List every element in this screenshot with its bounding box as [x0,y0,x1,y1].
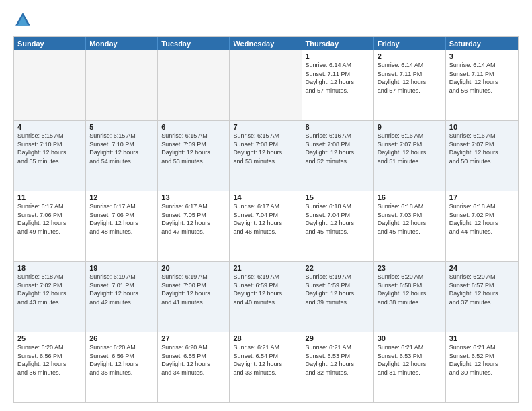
header-day-sunday: Sunday [14,37,86,50]
day-number: 10 [449,123,515,131]
day-number: 15 [306,193,370,201]
day-number: 22 [306,264,370,272]
day-info: Sunrise: 6:14 AM Sunset: 7:11 PM Dayligh… [449,61,515,95]
calendar-cell-day-4: 4Sunrise: 6:15 AM Sunset: 7:10 PM Daylig… [14,121,86,191]
day-number: 18 [17,264,82,272]
day-number: 6 [161,123,226,131]
day-number: 26 [89,334,154,342]
calendar-row-4: 25Sunrise: 6:20 AM Sunset: 6:56 PM Dayli… [14,332,518,402]
day-info: Sunrise: 6:20 AM Sunset: 6:55 PM Dayligh… [161,343,226,377]
calendar-cell-day-23: 23Sunrise: 6:20 AM Sunset: 6:58 PM Dayli… [374,262,446,332]
header-day-thursday: Thursday [302,37,374,50]
day-number: 19 [89,264,154,272]
day-info: Sunrise: 6:18 AM Sunset: 7:02 PM Dayligh… [17,273,82,306]
calendar-cell-day-24: 24Sunrise: 6:20 AM Sunset: 6:57 PM Dayli… [446,262,518,332]
day-number: 25 [17,334,82,342]
day-number: 5 [89,123,154,131]
day-info: Sunrise: 6:17 AM Sunset: 7:06 PM Dayligh… [89,202,154,236]
calendar: SundayMondayTuesdayWednesdayThursdayFrid… [13,36,519,403]
day-info: Sunrise: 6:20 AM Sunset: 6:56 PM Dayligh… [17,343,82,377]
day-number: 30 [378,334,442,342]
calendar-cell-day-14: 14Sunrise: 6:17 AM Sunset: 7:04 PM Dayli… [230,191,302,261]
calendar-cell-day-26: 26Sunrise: 6:20 AM Sunset: 6:56 PM Dayli… [86,332,158,402]
calendar-cell-day-28: 28Sunrise: 6:21 AM Sunset: 6:54 PM Dayli… [230,332,302,402]
calendar-cell-day-17: 17Sunrise: 6:18 AM Sunset: 7:02 PM Dayli… [446,191,518,261]
calendar-cell-day-2: 2Sunrise: 6:14 AM Sunset: 7:11 PM Daylig… [374,50,446,120]
day-number: 12 [89,193,154,201]
day-info: Sunrise: 6:21 AM Sunset: 6:53 PM Dayligh… [306,343,370,377]
day-info: Sunrise: 6:15 AM Sunset: 7:10 PM Dayligh… [17,132,82,165]
day-info: Sunrise: 6:16 AM Sunset: 7:07 PM Dayligh… [449,132,515,165]
calendar-cell-day-30: 30Sunrise: 6:21 AM Sunset: 6:53 PM Dayli… [374,332,446,402]
calendar-cell-empty [14,50,86,120]
day-number: 21 [233,264,298,272]
day-number: 8 [306,123,370,131]
calendar-cell-day-19: 19Sunrise: 6:19 AM Sunset: 7:01 PM Dayli… [86,262,158,332]
day-number: 20 [161,264,226,272]
day-info: Sunrise: 6:18 AM Sunset: 7:03 PM Dayligh… [378,202,442,236]
calendar-cell-day-29: 29Sunrise: 6:21 AM Sunset: 6:53 PM Dayli… [302,332,374,402]
header-day-friday: Friday [374,37,446,50]
day-info: Sunrise: 6:19 AM Sunset: 7:01 PM Dayligh… [89,273,154,306]
calendar-row-2: 11Sunrise: 6:17 AM Sunset: 7:06 PM Dayli… [14,191,518,261]
day-number: 29 [306,334,370,342]
day-number: 13 [161,193,226,201]
day-info: Sunrise: 6:16 AM Sunset: 7:07 PM Dayligh… [378,132,442,165]
calendar-cell-day-13: 13Sunrise: 6:17 AM Sunset: 7:05 PM Dayli… [158,191,230,261]
calendar-cell-empty [230,50,302,120]
day-info: Sunrise: 6:15 AM Sunset: 7:10 PM Dayligh… [89,132,154,165]
logo [13,11,35,30]
day-number: 7 [233,123,298,131]
day-number: 31 [449,334,515,342]
header-day-wednesday: Wednesday [230,37,302,50]
day-number: 1 [306,52,370,60]
day-number: 17 [449,193,515,201]
calendar-row-3: 18Sunrise: 6:18 AM Sunset: 7:02 PM Dayli… [14,261,518,332]
day-info: Sunrise: 6:20 AM Sunset: 6:56 PM Dayligh… [89,343,154,377]
header-day-monday: Monday [86,37,158,50]
day-number: 4 [17,123,82,131]
day-info: Sunrise: 6:16 AM Sunset: 7:08 PM Dayligh… [306,132,370,165]
calendar-cell-day-25: 25Sunrise: 6:20 AM Sunset: 6:56 PM Dayli… [14,332,86,402]
calendar-cell-day-8: 8Sunrise: 6:16 AM Sunset: 7:08 PM Daylig… [302,121,374,191]
calendar-cell-day-18: 18Sunrise: 6:18 AM Sunset: 7:02 PM Dayli… [14,262,86,332]
day-info: Sunrise: 6:21 AM Sunset: 6:54 PM Dayligh… [233,343,298,377]
calendar-cell-day-22: 22Sunrise: 6:19 AM Sunset: 6:59 PM Dayli… [302,262,374,332]
day-info: Sunrise: 6:19 AM Sunset: 7:00 PM Dayligh… [161,273,226,306]
day-info: Sunrise: 6:20 AM Sunset: 6:57 PM Dayligh… [449,273,515,306]
day-info: Sunrise: 6:18 AM Sunset: 7:04 PM Dayligh… [306,202,370,236]
day-info: Sunrise: 6:21 AM Sunset: 6:53 PM Dayligh… [378,343,442,377]
calendar-cell-day-9: 9Sunrise: 6:16 AM Sunset: 7:07 PM Daylig… [374,121,446,191]
day-number: 23 [378,264,442,272]
day-info: Sunrise: 6:14 AM Sunset: 7:11 PM Dayligh… [378,61,442,95]
day-number: 14 [233,193,298,201]
calendar-cell-day-11: 11Sunrise: 6:17 AM Sunset: 7:06 PM Dayli… [14,191,86,261]
day-number: 28 [233,334,298,342]
day-number: 3 [449,52,515,60]
day-info: Sunrise: 6:19 AM Sunset: 6:59 PM Dayligh… [306,273,370,306]
calendar-cell-day-1: 1Sunrise: 6:14 AM Sunset: 7:11 PM Daylig… [302,50,374,120]
header-day-saturday: Saturday [446,37,518,50]
calendar-cell-day-7: 7Sunrise: 6:15 AM Sunset: 7:08 PM Daylig… [230,121,302,191]
day-info: Sunrise: 6:17 AM Sunset: 7:04 PM Dayligh… [233,202,298,236]
calendar-row-1: 4Sunrise: 6:15 AM Sunset: 7:10 PM Daylig… [14,120,518,191]
day-number: 16 [378,193,442,201]
day-number: 9 [378,123,442,131]
calendar-cell-day-27: 27Sunrise: 6:20 AM Sunset: 6:55 PM Dayli… [158,332,230,402]
day-number: 27 [161,334,226,342]
calendar-cell-empty [86,50,158,120]
calendar-cell-empty [158,50,230,120]
calendar-cell-day-15: 15Sunrise: 6:18 AM Sunset: 7:04 PM Dayli… [302,191,374,261]
day-info: Sunrise: 6:19 AM Sunset: 6:59 PM Dayligh… [233,273,298,306]
calendar-cell-day-21: 21Sunrise: 6:19 AM Sunset: 6:59 PM Dayli… [230,262,302,332]
logo-icon [13,11,32,30]
page: SundayMondayTuesdayWednesdayThursdayFrid… [0,0,532,411]
calendar-cell-day-10: 10Sunrise: 6:16 AM Sunset: 7:07 PM Dayli… [446,121,518,191]
day-info: Sunrise: 6:21 AM Sunset: 6:52 PM Dayligh… [449,343,515,377]
calendar-cell-day-3: 3Sunrise: 6:14 AM Sunset: 7:11 PM Daylig… [446,50,518,120]
day-info: Sunrise: 6:17 AM Sunset: 7:06 PM Dayligh… [17,202,82,236]
day-info: Sunrise: 6:14 AM Sunset: 7:11 PM Dayligh… [306,61,370,95]
day-info: Sunrise: 6:17 AM Sunset: 7:05 PM Dayligh… [161,202,226,236]
calendar-cell-day-5: 5Sunrise: 6:15 AM Sunset: 7:10 PM Daylig… [86,121,158,191]
day-info: Sunrise: 6:15 AM Sunset: 7:09 PM Dayligh… [161,132,226,165]
